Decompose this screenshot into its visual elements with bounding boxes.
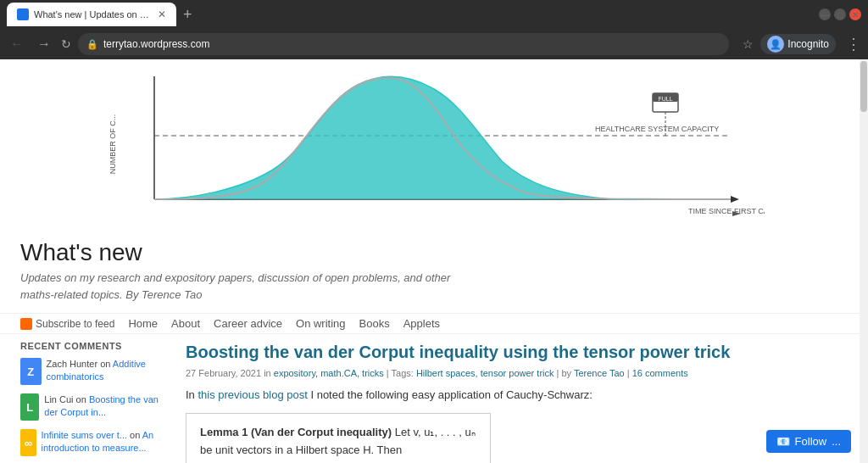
follow-button[interactable]: 📧 Follow ... (766, 430, 851, 453)
browser-chrome: What's new | Updates on my res... ✕ + — … (0, 0, 868, 59)
window-controls: — □ ✕ (819, 8, 861, 20)
comment-author: Zach Hunter (47, 359, 98, 369)
forward-button[interactable]: → (34, 36, 54, 52)
bookmark-button[interactable]: ☆ (743, 37, 754, 51)
list-item: L Lin Cui on Boosting the van der Corput… (20, 393, 169, 421)
svg-text:TIME SINCE FIRST CASE: TIME SINCE FIRST CASE (688, 207, 765, 215)
avatar: L (20, 393, 39, 421)
scrollbar[interactable] (860, 59, 868, 463)
feed-label: Subscribe to feed (36, 318, 114, 330)
lock-icon: 🔒 (86, 39, 98, 50)
post-categories[interactable]: expository, math.CA, tricks (274, 368, 384, 378)
rss-icon (20, 318, 32, 330)
post-tags[interactable]: Hilbert spaces, tensor power trick (416, 368, 554, 378)
comment-author: Lin Cui (44, 394, 73, 404)
site-navigation: Subscribe to feed Home About Career advi… (0, 313, 868, 334)
post-date: 27 February, 2021 (186, 368, 261, 378)
more-options-button[interactable]: ⋮ (846, 35, 861, 53)
main-wrapper: NUMBER OF C... HEALTHCARE SYSTEM CAPACIT… (0, 59, 868, 463)
profile-button[interactable]: 👤 Incognito (760, 34, 836, 54)
sidebar: RECENT COMMENTS Z Zach Hunter on Additiv… (20, 341, 169, 463)
avatar: Z (20, 358, 42, 385)
close-button[interactable]: ✕ (849, 8, 861, 20)
site-title: What's new (20, 239, 848, 266)
list-item: Z Zach Hunter on Additive combinatorics (20, 358, 169, 385)
nav-links: Home About Career advice On writing Book… (128, 317, 440, 330)
site-header: What's new Updates on my research and ex… (0, 229, 868, 310)
post-comments-link[interactable]: 16 comments (632, 368, 688, 378)
list-item: ∞ Infinite sums over t... on An introduc… (20, 429, 169, 456)
svg-text:FULL: FULL (658, 96, 672, 102)
comment-text: Infinite sums over t... on An introducti… (42, 429, 169, 455)
comment-text: Zach Hunter on Additive combinatorics (47, 358, 169, 384)
avatar: ∞ (20, 429, 36, 456)
lemma-title: Lemma 1 (Van der Corput inequality) (200, 426, 392, 438)
svg-text:NUMBER OF C...: NUMBER OF C... (108, 114, 117, 175)
comment-text: Lin Cui on Boosting the van der Corput i… (44, 393, 169, 420)
back-button[interactable]: ← (7, 36, 27, 52)
covid-chart-svg: NUMBER OF C... HEALTHCARE SYSTEM CAPACIT… (103, 59, 765, 229)
header-chart: NUMBER OF C... HEALTHCARE SYSTEM CAPACIT… (0, 59, 868, 229)
post-meta: 27 February, 2021 in expository, math.CA… (186, 368, 848, 378)
profile-label: Incognito (787, 38, 829, 50)
feed-button[interactable]: Subscribe to feed (20, 318, 114, 330)
main-content: Boosting the van der Corput inequality u… (186, 341, 848, 463)
scrollbar-thumb[interactable] (860, 61, 867, 112)
post-intro: In this previous blog post I noted the f… (186, 387, 848, 404)
active-tab[interactable]: What's new | Updates on my res... ✕ (7, 3, 176, 26)
nav-career[interactable]: Career advice (214, 317, 282, 330)
post-title: Boosting the van der Corput inequality u… (186, 341, 848, 363)
nav-about[interactable]: About (171, 317, 200, 330)
lemma-box: Lemma 1 (Van der Corput inequality) Let … (186, 413, 491, 463)
post-author[interactable]: Terence Tao (574, 368, 625, 378)
recent-comments-heading: RECENT COMMENTS (20, 341, 169, 351)
tab-title: What's new | Updates on my res... (34, 9, 153, 20)
tab-close-button[interactable]: ✕ (158, 8, 166, 20)
nav-home[interactable]: Home (128, 317, 158, 330)
reload-button[interactable]: ↻ (61, 37, 71, 51)
comment-link[interactable]: Infinite sums over t... (42, 430, 127, 440)
address-bar: ← → ↻ 🔒 terrytao.wordpress.com ☆ 👤 Incog… (0, 29, 868, 59)
tab-bar: What's new | Updates on my res... ✕ + — … (0, 0, 868, 29)
svg-text:HEALTHCARE SYSTEM CAPACITY: HEALTHCARE SYSTEM CAPACITY (595, 125, 719, 133)
nav-applets[interactable]: Applets (403, 317, 440, 330)
url-text: terrytao.wordpress.com (103, 38, 209, 50)
maximize-button[interactable]: □ (834, 8, 846, 20)
follow-icon: 📧 (776, 435, 790, 448)
content-area: RECENT COMMENTS Z Zach Hunter on Additiv… (0, 334, 868, 463)
follow-more-icon[interactable]: ... (832, 435, 841, 448)
site-subtitle: Updates on my research and expository pa… (20, 270, 461, 303)
nav-books[interactable]: Books (359, 317, 390, 330)
page-content: NUMBER OF C... HEALTHCARE SYSTEM CAPACIT… (0, 59, 868, 463)
new-tab-button[interactable]: + (183, 6, 192, 24)
profile-avatar: 👤 (767, 36, 784, 53)
url-bar[interactable]: 🔒 terrytao.wordpress.com (78, 33, 729, 55)
follow-label: Follow (795, 435, 827, 448)
tab-favicon (17, 8, 29, 20)
previous-post-link[interactable]: this previous blog post (198, 388, 307, 401)
nav-writing[interactable]: On writing (296, 317, 346, 330)
minimize-button[interactable]: — (819, 8, 831, 20)
